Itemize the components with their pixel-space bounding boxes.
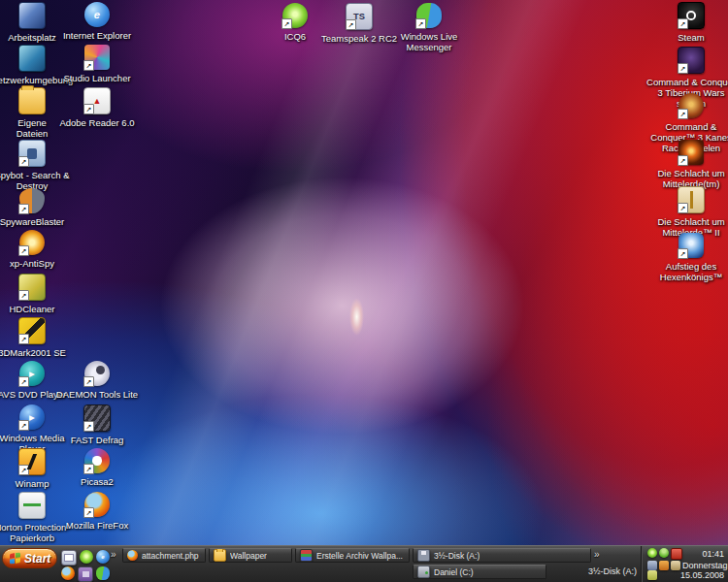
shortcut-arrow-icon — [18, 334, 29, 344]
desktop-icon-image — [83, 404, 111, 432]
task-button[interactable]: 3½-Disk (A:) — [413, 548, 591, 563]
shortcut-arrow-icon — [18, 290, 29, 301]
desktop-icon[interactable]: FAST Defrag — [64, 404, 130, 445]
desktop-icon[interactable]: Studio Launcher — [60, 45, 134, 83]
desktop-icon-label: DAEMON Tools Lite — [56, 389, 138, 400]
shortcut-arrow-icon — [281, 18, 292, 29]
desktop-icon[interactable]: Picasa2 — [66, 448, 128, 487]
shortcut-arrow-icon — [83, 507, 94, 518]
shortcut-arrow-icon — [18, 204, 29, 214]
clock-date[interactable]: 15.05.2008 — [680, 570, 724, 580]
desktop-icon-image — [84, 361, 110, 386]
shortcut-arrow-icon — [678, 63, 688, 74]
desktop-icon-image — [678, 233, 704, 258]
desktop-icon[interactable]: Eigene Dateien — [1, 87, 63, 139]
shortcut-arrow-icon — [678, 155, 688, 166]
tray-icons-row1 — [647, 548, 682, 560]
tray-icon[interactable] — [647, 561, 657, 570]
tray-icon[interactable] — [647, 548, 657, 558]
shortcut-arrow-icon — [346, 19, 356, 30]
desktop-icon[interactable]: xp-AntiSpy — [1, 230, 63, 269]
desktop-icon-label: Picasa2 — [81, 476, 114, 487]
desktop-icon[interactable]: Die Schlacht um Mittelerde™ II — [652, 186, 728, 238]
desktop-icon-label: Adobe Reader 6.0 — [59, 117, 134, 128]
desktop-icon-label: FAST Defrag — [71, 435, 124, 445]
shortcut-arrow-icon — [678, 203, 688, 213]
shortcut-arrow-icon — [415, 18, 426, 29]
desktop-icon[interactable]: Mozilla FireFox — [62, 492, 132, 531]
task-button[interactable]: Daniel (C:) — [413, 565, 546, 579]
desktop-icon[interactable]: Aufstieg des Hexenkönigs™ — [652, 233, 728, 282]
desktop-icon-image — [18, 140, 46, 167]
desktop-icon[interactable]: Arbeitsplatz — [1, 2, 63, 43]
desktop-icon-image — [18, 2, 46, 29]
task-button-icon — [417, 549, 430, 562]
desktop-icon-image — [18, 45, 46, 72]
desktop-icon-label: Arbeitsplatz — [8, 32, 56, 43]
tray-icon[interactable] — [659, 548, 669, 558]
tray-icon[interactable] — [671, 561, 680, 570]
shortcut-arrow-icon — [678, 248, 688, 259]
desktop-icon-image — [84, 45, 110, 70]
clock-weekday[interactable]: Donnerstag — [682, 561, 728, 570]
desktop-icon[interactable]: Teamspeak 2 RC2 — [319, 3, 399, 44]
tray-row-1: 01:41 — [647, 548, 724, 560]
desktop-icon-image — [416, 3, 442, 28]
desktop-icon[interactable]: Steam — [654, 2, 728, 43]
desktop-icon-image — [678, 186, 705, 213]
task-button-area: attachment.php (JPE... Wallpaper Erstell… — [0, 546, 728, 582]
desktop-icon-label: Internet Explorer — [63, 30, 131, 41]
desktop-icon[interactable]: Winamp — [1, 448, 63, 489]
desktop-icon[interactable]: SpywareBlaster — [0, 188, 67, 227]
shortcut-arrow-icon — [18, 376, 29, 387]
desktop-icon[interactable]: ICQ6 — [264, 3, 326, 42]
shortcut-arrow-icon — [83, 104, 94, 114]
tray-row-3: 15.05.2008 — [647, 570, 724, 580]
desktop-icon-label: xp-AntiSpy — [10, 258, 54, 269]
task-button-label: Wallpaper — [230, 551, 267, 561]
taskbar: Start » » attachment.php (JPE... Wallpap… — [0, 545, 728, 582]
system-tray: 01:41 Donnerstag 15.05.2008 — [641, 546, 728, 582]
shortcut-arrow-icon — [18, 420, 29, 431]
tray-icons-row3 — [647, 570, 657, 580]
floppy-disk-floating-label: 3½-Disk (A:) — [544, 566, 637, 576]
desktop-icon-image — [18, 274, 46, 301]
desktop-icon[interactable]: HDCleaner — [1, 274, 63, 314]
desktop-icon-label: HDCleaner — [10, 304, 55, 314]
desktop-icon-image — [346, 3, 373, 30]
clock-time[interactable]: 01:41 — [702, 549, 724, 559]
desktop-icon-image — [84, 492, 110, 517]
task-button-label: Daniel (C:) — [434, 567, 474, 577]
desktop-icon-image — [18, 492, 46, 519]
desktop-icon-label: ICQ6 — [284, 31, 306, 42]
desktop-icon[interactable]: Spybot - Search & Destroy — [0, 140, 71, 191]
task-button[interactable]: Wallpaper — [209, 548, 292, 563]
desktop-icon[interactable]: Internet Explorer — [56, 2, 138, 41]
desktop-icon-image — [19, 230, 45, 255]
desktop-icon-label: Mozilla FireFox — [66, 520, 128, 531]
desktop-icon-label: Eigene Dateien — [1, 117, 63, 139]
tray-icon[interactable] — [671, 548, 682, 560]
desktop-icon-image — [18, 317, 46, 344]
desktop: Arbeitsplatz Internet Explorer Netzwerku… — [0, 0, 728, 582]
desktop-icon[interactable]: Die Schlacht um Mittelerde(tm) — [652, 140, 728, 189]
desktop-icon-image — [678, 140, 704, 165]
task-button[interactable]: attachment.php (JPE... — [122, 548, 206, 563]
shortcut-arrow-icon — [18, 465, 29, 475]
tray-icon[interactable] — [659, 561, 669, 570]
desktop-icon-image — [282, 3, 308, 28]
tray-icon[interactable] — [647, 570, 657, 580]
desktop-icon-label: Studio Launcher — [63, 73, 130, 83]
desktop-icon-image — [678, 2, 705, 29]
task-button-label: 3½-Disk (A:) — [434, 551, 480, 561]
desktop-icon[interactable]: 3DMark2001 SE — [0, 317, 67, 358]
desktop-icon[interactable]: Windows Live Messenger — [395, 3, 463, 52]
desktop-icon-label: Teamspeak 2 RC2 — [321, 33, 397, 44]
task-button-icon — [417, 566, 430, 578]
task-button[interactable]: Erstelle Archiv Wallpa... — [295, 548, 410, 563]
desktop-icon[interactable]: DAEMON Tools Lite — [52, 361, 142, 400]
desktop-icon[interactable]: Adobe Reader 6.0 — [58, 87, 136, 128]
task-button-icon — [300, 549, 313, 562]
desktop-icon-image — [83, 87, 111, 114]
desktop-icon-label: Aufstieg des Hexenkönigs™ — [652, 261, 728, 282]
